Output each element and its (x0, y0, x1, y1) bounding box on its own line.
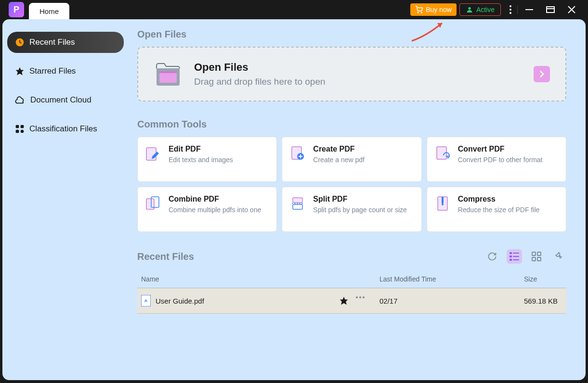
open-files-dropzone[interactable]: Open Files Drag and drop files here to o… (137, 47, 566, 102)
sidebar-item-label: Recent Files (29, 38, 75, 47)
tool-edit-pdf[interactable]: Edit PDFEdit texts and images (137, 137, 277, 182)
tool-combine-pdf[interactable]: Combine PDFCombine multiple pdfs into on… (137, 187, 277, 232)
svg-rect-18 (159, 71, 177, 73)
svg-rect-16 (21, 130, 24, 133)
create-icon (290, 146, 305, 161)
dropzone-open-button[interactable] (534, 66, 550, 82)
svg-rect-34 (513, 256, 519, 257)
svg-rect-37 (532, 252, 536, 255)
dropzone-heading: Open Files (194, 61, 326, 74)
col-name-header: Name (141, 275, 379, 283)
svg-point-1 (421, 12, 422, 13)
recent-files-title: Recent Files (137, 251, 194, 262)
cloud-icon (15, 96, 26, 104)
svg-rect-38 (537, 252, 541, 255)
pdf-file-icon: A (141, 295, 151, 306)
svg-rect-7 (547, 7, 554, 13)
common-tools-title: Common Tools (137, 119, 566, 130)
grid-view-icon (532, 252, 541, 261)
chevron-right-icon (539, 70, 544, 78)
sidebar-item-classification-files[interactable]: Classification Files (7, 118, 124, 140)
close-icon (568, 6, 575, 13)
svg-text:A: A (144, 298, 148, 303)
svg-point-5 (510, 12, 511, 14)
maximize-button[interactable] (546, 5, 555, 14)
star-solid-icon[interactable] (339, 296, 349, 306)
svg-point-3 (510, 5, 511, 7)
svg-point-45 (359, 296, 361, 298)
svg-point-4 (510, 9, 511, 11)
svg-point-44 (356, 296, 358, 298)
more-options-button[interactable] (506, 5, 515, 14)
dropzone-subtext: Drag and drop files here to open (194, 77, 326, 87)
close-button[interactable] (567, 5, 576, 14)
sidebar: Recent Files Starred Files Document Clou… (2, 19, 137, 380)
tool-split-pdf[interactable]: Split PDFSplit pdfs by page count or siz… (282, 187, 421, 232)
svg-rect-33 (510, 255, 512, 257)
grid-icon (15, 124, 25, 134)
more-icon[interactable] (355, 296, 365, 299)
table-row[interactable]: A User Guide.pdf 02/17 569.18 KB (137, 288, 566, 314)
svg-rect-39 (532, 257, 536, 261)
split-icon (290, 196, 305, 211)
sidebar-item-label: Starred Files (29, 66, 76, 76)
svg-rect-13 (16, 125, 19, 128)
star-icon (15, 66, 25, 76)
divider (517, 5, 518, 14)
svg-point-0 (418, 12, 418, 13)
app-logo: P (9, 2, 24, 17)
file-size: 569.18 KB (524, 297, 562, 305)
tool-convert-pdf[interactable]: Convert PDFConvert PDF to other format (427, 137, 566, 182)
svg-rect-14 (21, 125, 24, 128)
sidebar-item-starred-files[interactable]: Starred Files (7, 61, 124, 82)
svg-rect-15 (16, 130, 19, 133)
grid-view-button[interactable] (529, 249, 544, 264)
pin-icon (554, 252, 563, 261)
folder-open-icon (154, 62, 183, 87)
col-size-header: Size (524, 275, 562, 283)
svg-rect-26 (293, 204, 302, 209)
svg-point-30 (442, 204, 444, 205)
clock-icon (15, 38, 25, 47)
svg-rect-35 (510, 259, 512, 261)
file-date: 02/17 (379, 297, 524, 305)
user-icon (466, 6, 473, 13)
list-view-button[interactable] (507, 249, 522, 264)
svg-point-2 (468, 7, 470, 10)
buy-now-button[interactable]: Buy now (410, 3, 457, 16)
table-header: Name Last Modified Time Size (137, 270, 566, 288)
tool-create-pdf[interactable]: Create PDFCreate a new pdf (282, 137, 421, 182)
sidebar-item-label: Classification Files (29, 124, 97, 134)
cart-icon (415, 6, 423, 13)
svg-rect-32 (513, 253, 519, 254)
minimize-icon (525, 9, 533, 10)
sidebar-item-recent-files[interactable]: Recent Files (7, 32, 124, 53)
open-files-title: Open Files (137, 29, 566, 40)
edit-icon (145, 146, 161, 161)
dots-vertical-icon (510, 5, 511, 14)
svg-marker-43 (340, 297, 348, 305)
svg-rect-36 (513, 259, 519, 260)
convert-icon (435, 146, 450, 161)
refresh-button[interactable] (484, 249, 500, 264)
svg-marker-12 (16, 67, 24, 76)
svg-rect-29 (442, 197, 444, 204)
file-name: User Guide.pdf (156, 297, 204, 305)
tool-compress-pdf[interactable]: CompressReduce the size of PDF file (427, 187, 566, 232)
col-date-header: Last Modified Time (379, 275, 524, 283)
combine-icon (145, 196, 161, 211)
minimize-button[interactable] (524, 5, 534, 14)
svg-point-46 (363, 296, 365, 298)
pin-button[interactable] (551, 249, 566, 264)
maximize-icon (546, 6, 555, 13)
tab-home[interactable]: Home (29, 3, 69, 19)
sidebar-item-label: Document Cloud (30, 95, 91, 105)
sidebar-item-document-cloud[interactable]: Document Cloud (7, 89, 124, 111)
svg-rect-6 (525, 9, 533, 10)
svg-rect-40 (537, 257, 541, 261)
compress-icon (435, 196, 450, 211)
active-status-button[interactable]: Active (459, 3, 501, 16)
refresh-icon (487, 252, 497, 261)
svg-rect-25 (293, 198, 302, 203)
svg-rect-31 (510, 252, 512, 254)
